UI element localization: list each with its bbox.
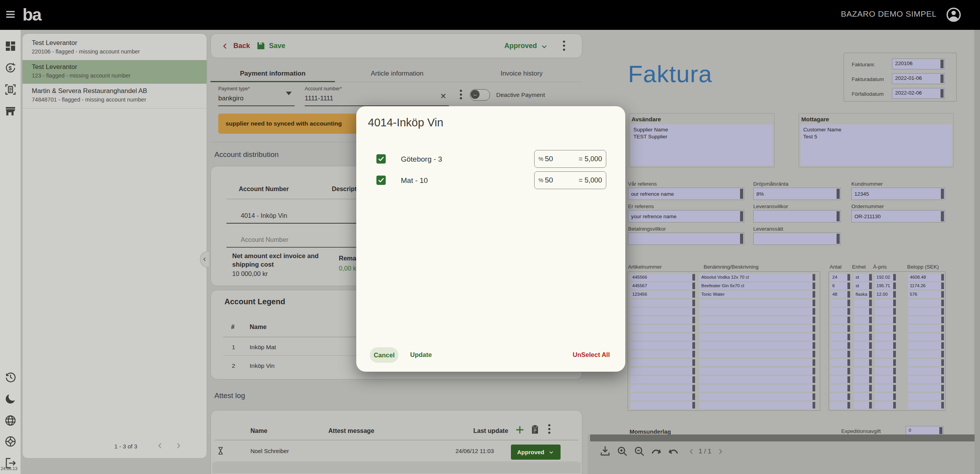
article-cell[interactable] [875, 384, 896, 392]
article-cell[interactable] [854, 316, 872, 324]
article-cell[interactable] [854, 333, 872, 341]
article-cell[interactable]: 195.71 [875, 282, 896, 290]
article-cell[interactable] [908, 325, 944, 332]
article-cell[interactable]: 576 [908, 291, 944, 298]
back-chevron-icon[interactable] [222, 41, 229, 51]
attest-status-button[interactable]: Approved [511, 445, 561, 460]
article-cell[interactable] [830, 316, 851, 324]
tab-invoice-history[interactable]: Invoice history [459, 70, 584, 78]
article-cell[interactable] [875, 393, 896, 400]
article-cell[interactable]: 6 [830, 282, 851, 290]
clear-account-icon[interactable]: ✕ [440, 91, 447, 101]
article-cell[interactable] [699, 325, 816, 332]
article-cell[interactable] [875, 376, 896, 383]
article-cell[interactable] [908, 402, 944, 409]
sender-field[interactable]: Supplier Name TEST Supplier [631, 124, 773, 165]
vertical-scrollbar-thumb[interactable] [975, 33, 979, 152]
article-cell[interactable] [630, 333, 695, 341]
account-number-add-input[interactable]: Account Number [241, 236, 288, 243]
article-cell[interactable] [830, 367, 851, 375]
field-input[interactable] [628, 233, 744, 245]
article-cell[interactable] [630, 359, 695, 366]
save-icon[interactable] [256, 41, 266, 50]
field-input[interactable]: 12345 [851, 188, 945, 200]
sync-payments-icon[interactable]: $ [4, 62, 17, 74]
payment-kebab-icon[interactable] [459, 89, 463, 101]
article-cell[interactable] [875, 333, 896, 341]
article-cell[interactable] [830, 342, 851, 349]
article-cell[interactable]: st [854, 282, 872, 290]
horizontal-scrollbar[interactable] [590, 434, 978, 441]
history-icon[interactable] [4, 371, 17, 383]
article-cell[interactable] [630, 384, 695, 392]
page-prev-icon[interactable] [688, 447, 695, 456]
article-cell[interactable] [630, 376, 695, 383]
account-row-value[interactable]: 4014 - Inköp Vin [241, 212, 287, 219]
profile-avatar-icon[interactable] [946, 7, 961, 22]
article-cell[interactable] [630, 402, 695, 409]
article-cell[interactable] [630, 308, 695, 315]
article-cell[interactable] [699, 350, 816, 358]
article-cell[interactable] [908, 333, 944, 341]
article-cell[interactable] [630, 299, 695, 307]
article-cell[interactable] [630, 367, 695, 375]
cancel-button[interactable]: Cancel [370, 347, 399, 363]
field-input[interactable]: 8% [753, 188, 841, 200]
article-cell[interactable] [875, 342, 896, 349]
article-cell[interactable] [830, 384, 851, 392]
article-cell[interactable] [908, 316, 944, 324]
article-cell[interactable] [699, 299, 816, 307]
page-next-icon[interactable] [716, 447, 724, 456]
article-cell[interactable] [908, 350, 944, 358]
article-cell[interactable] [908, 376, 944, 383]
zoom-out-icon[interactable] [633, 445, 645, 457]
checkbox-row-1[interactable] [376, 176, 386, 185]
article-cell[interactable] [830, 359, 851, 366]
article-cell[interactable] [854, 350, 872, 358]
article-cell[interactable] [830, 393, 851, 400]
toolbar-kebab-icon[interactable] [562, 40, 566, 52]
article-cell[interactable]: 24 [830, 274, 851, 281]
article-cell[interactable] [875, 308, 896, 315]
download-icon[interactable] [599, 445, 611, 457]
field-input[interactable] [753, 233, 841, 245]
article-cell[interactable] [854, 342, 872, 349]
article-cell[interactable]: Absolut Vodka 12x 70 cl [699, 274, 816, 281]
article-cell[interactable]: 445566 [630, 274, 695, 281]
article-cell[interactable] [875, 402, 896, 409]
help-wheel-icon[interactable] [4, 435, 17, 448]
article-cell[interactable] [908, 308, 944, 315]
article-cell[interactable] [699, 393, 816, 400]
supplier-item-selected[interactable]: Test Leverantor 123 - flagged - missing … [22, 60, 207, 84]
article-cell[interactable] [908, 299, 944, 307]
article-cell[interactable] [854, 402, 872, 409]
dashboard-icon[interactable] [4, 40, 17, 52]
article-cell[interactable] [854, 299, 872, 307]
rotate-left-icon[interactable] [668, 445, 679, 457]
unselect-all-button[interactable]: UnSelect All [573, 351, 610, 359]
article-cell[interactable] [830, 325, 851, 332]
hamburger-menu-icon[interactable] [5, 9, 16, 19]
pagination-prev-icon[interactable] [156, 442, 164, 450]
tab-payment-information[interactable]: Payment information [210, 70, 335, 78]
status-chevron-down-icon[interactable] [540, 43, 548, 50]
article-cell[interactable] [908, 393, 944, 400]
field-input[interactable]: OR-211130 [851, 210, 945, 222]
article-cell[interactable] [830, 350, 851, 358]
article-cell[interactable] [854, 393, 872, 400]
article-cell[interactable] [854, 384, 872, 392]
article-cell[interactable] [875, 350, 896, 358]
article-cell[interactable] [699, 333, 816, 341]
percent-input-row-1[interactable]: % 50 = 5,000 [534, 171, 606, 189]
field-input[interactable] [753, 210, 841, 222]
article-cell[interactable] [854, 325, 872, 332]
percent-input-row-0[interactable]: % 50 = 5,000 [534, 150, 606, 168]
article-cell[interactable] [699, 376, 816, 383]
article-cell[interactable] [854, 367, 872, 375]
payment-type-select[interactable]: bankgiro [218, 95, 243, 102]
article-cell[interactable] [699, 316, 816, 324]
article-cell[interactable] [875, 367, 896, 375]
article-cell[interactable] [830, 402, 851, 409]
article-cell[interactable]: 48 [830, 291, 851, 298]
status-dropdown[interactable]: Approved [504, 42, 537, 50]
